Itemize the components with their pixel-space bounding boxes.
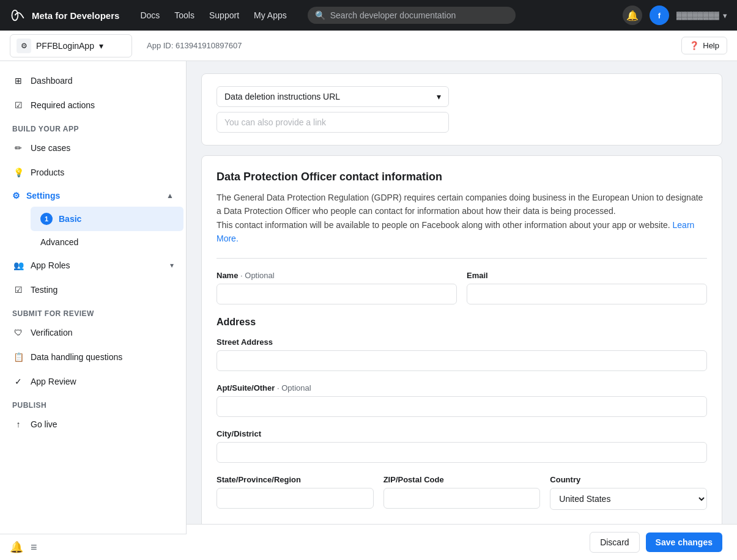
user-menu[interactable]: ▓▓▓▓▓▓▓▓ ▾ xyxy=(676,11,727,20)
nav-docs[interactable]: Docs xyxy=(134,7,166,24)
city-input[interactable] xyxy=(217,442,707,463)
notifications-icon[interactable]: 🔔 xyxy=(623,6,642,25)
link-input[interactable] xyxy=(217,112,449,133)
sidebar-dashboard-label: Dashboard xyxy=(31,76,73,86)
email-group: Email xyxy=(467,271,707,304)
sidebar-item-go-live[interactable]: ↑ Go live xyxy=(2,412,183,437)
city-row: City/District xyxy=(217,429,707,463)
sidebar-products-label: Products xyxy=(31,168,64,177)
app-bar: ⚙ PFFBLoginApp ▾ App ID: 613941910897607… xyxy=(0,31,737,61)
footer-actions: Discard Save changes xyxy=(187,524,737,560)
street-group: Street Address xyxy=(217,337,707,371)
state-group: State/Province/Region xyxy=(217,475,374,510)
country-select[interactable]: United States Canada United Kingdom Germ… xyxy=(550,488,707,510)
nav-tools[interactable]: Tools xyxy=(168,7,201,24)
sidebar-item-testing[interactable]: ☑ Testing xyxy=(2,278,183,302)
settings-chevron-icon: ▲ xyxy=(166,191,174,200)
street-row: Street Address xyxy=(217,337,707,371)
sidebar-item-verification[interactable]: 🛡 Verification xyxy=(2,320,183,345)
sidebar-item-data-handling[interactable]: 📋 Data handling questions xyxy=(2,345,183,369)
page-layout: ⊞ Dashboard ☑ Required actions Build you… xyxy=(0,61,737,560)
street-label: Street Address xyxy=(217,337,707,347)
top-nav-links: Docs Tools Support My Apps xyxy=(134,7,292,24)
save-changes-button[interactable]: Save changes xyxy=(646,532,722,552)
meta-logo[interactable]: Meta for Developers xyxy=(10,7,119,24)
app-selector-chevron-icon: ▾ xyxy=(99,41,103,51)
street-input[interactable] xyxy=(217,350,707,371)
search-input[interactable] xyxy=(330,10,508,20)
publish-section-label: Publish xyxy=(0,394,186,412)
build-section-label: Build your app xyxy=(0,117,186,136)
app-icon: ⚙ xyxy=(17,39,31,53)
sidebar-data-handling-label: Data handling questions xyxy=(31,352,122,362)
sidebar-item-settings[interactable]: ⚙ Settings ▲ xyxy=(2,185,183,207)
apt-group: Apt/Suite/Other · Optional xyxy=(217,383,707,417)
sidebar-required-actions-label: Required actions xyxy=(31,100,95,110)
nav-icons: 🔔 f ▓▓▓▓▓▓▓▓ ▾ xyxy=(623,6,727,25)
sidebar-verification-label: Verification xyxy=(31,328,72,337)
testing-icon: ☑ xyxy=(12,284,24,296)
search-bar: 🔍 xyxy=(308,7,516,24)
sidebar-footer: 🔔 ≡ xyxy=(0,534,187,560)
app-review-icon: ✓ xyxy=(12,375,24,388)
city-group: City/District xyxy=(217,429,707,463)
sidebar-item-basic[interactable]: 1 Basic xyxy=(31,207,183,231)
list-icon[interactable]: ≡ xyxy=(31,541,37,554)
email-label: Email xyxy=(467,271,707,280)
help-icon: ❓ xyxy=(689,41,699,50)
sidebar-basic-label: Basic xyxy=(59,214,81,224)
state-input[interactable] xyxy=(217,488,374,509)
avatar[interactable]: f xyxy=(650,6,669,25)
sidebar-item-required-actions[interactable]: ☑ Required actions xyxy=(2,93,183,117)
sidebar-app-review-label: App Review xyxy=(31,377,76,386)
discard-button[interactable]: Discard xyxy=(590,532,639,553)
email-input[interactable] xyxy=(467,284,707,304)
name-input[interactable] xyxy=(217,284,457,304)
go-live-icon: ↑ xyxy=(12,418,24,430)
sidebar-go-live-label: Go live xyxy=(31,419,57,429)
country-group: Country United States Canada United King… xyxy=(550,475,707,510)
name-label: Name · Optional xyxy=(217,271,457,280)
city-label: City/District xyxy=(217,429,707,438)
apt-row: Apt/Suite/Other · Optional xyxy=(217,383,707,417)
sidebar-use-cases-label: Use cases xyxy=(31,143,70,153)
apt-label: Apt/Suite/Other · Optional xyxy=(217,383,707,392)
dpo-description: The General Data Protection Regulation (… xyxy=(217,191,707,246)
bell-icon[interactable]: 🔔 xyxy=(10,540,23,554)
state-zip-country-row: State/Province/Region ZIP/Postal Code Co… xyxy=(217,475,707,510)
sidebar-item-app-review[interactable]: ✓ App Review xyxy=(2,369,183,394)
sidebar-item-advanced[interactable]: Advanced xyxy=(31,231,183,253)
verification-icon: 🛡 xyxy=(12,326,24,339)
app-roles-icon: 👥 xyxy=(12,259,24,271)
required-actions-icon: ☑ xyxy=(12,99,24,111)
top-card: Data deletion instructions URL ▾ xyxy=(201,73,722,146)
use-cases-icon: ✏ xyxy=(12,142,24,154)
main-content: Data deletion instructions URL ▾ Data Pr… xyxy=(187,61,737,560)
settings-submenu: 1 Basic Advanced xyxy=(0,207,186,253)
sidebar-advanced-label: Advanced xyxy=(40,237,78,247)
apt-input[interactable] xyxy=(217,396,707,417)
data-deletion-dropdown[interactable]: Data deletion instructions URL ▾ xyxy=(217,86,449,107)
settings-gear-icon: ⚙ xyxy=(12,191,20,201)
help-button[interactable]: ❓ Help xyxy=(681,37,727,54)
submit-section-label: Submit for review xyxy=(0,302,186,320)
nav-my-apps[interactable]: My Apps xyxy=(248,7,293,24)
app-id: App ID: 613941910897607 xyxy=(147,41,242,50)
sidebar-item-use-cases[interactable]: ✏ Use cases xyxy=(2,136,183,160)
dpo-title: Data Protection Officer contact informat… xyxy=(217,171,707,183)
zip-input[interactable] xyxy=(383,488,541,509)
dashboard-icon: ⊞ xyxy=(12,75,24,87)
sidebar-item-products[interactable]: 💡 Products xyxy=(2,160,183,185)
sidebar-item-app-roles[interactable]: 👥 App Roles ▾ xyxy=(2,253,183,278)
sidebar: ⊞ Dashboard ☑ Required actions Build you… xyxy=(0,61,187,560)
state-label: State/Province/Region xyxy=(217,475,374,484)
logo-text: Meta for Developers xyxy=(32,10,119,21)
svg-point-0 xyxy=(12,10,18,21)
top-navigation: Meta for Developers Docs Tools Support M… xyxy=(0,0,737,31)
app-selector[interactable]: ⚙ PFFBLoginApp ▾ xyxy=(10,34,132,57)
sidebar-testing-label: Testing xyxy=(31,285,57,295)
sidebar-item-dashboard[interactable]: ⊞ Dashboard xyxy=(2,68,183,93)
app-roles-chevron-icon: ▾ xyxy=(170,261,174,270)
zip-label: ZIP/Postal Code xyxy=(383,475,541,484)
nav-support[interactable]: Support xyxy=(203,7,245,24)
